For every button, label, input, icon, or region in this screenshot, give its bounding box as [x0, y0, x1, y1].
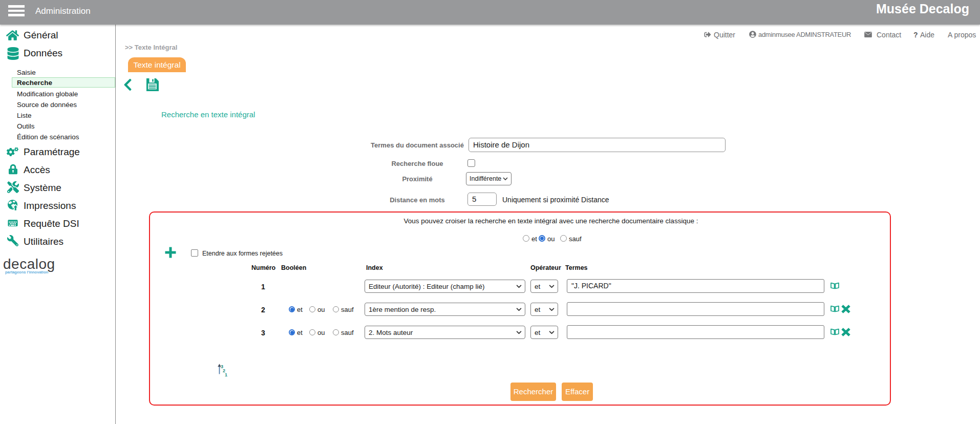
svg-text:1: 1: [225, 372, 227, 377]
